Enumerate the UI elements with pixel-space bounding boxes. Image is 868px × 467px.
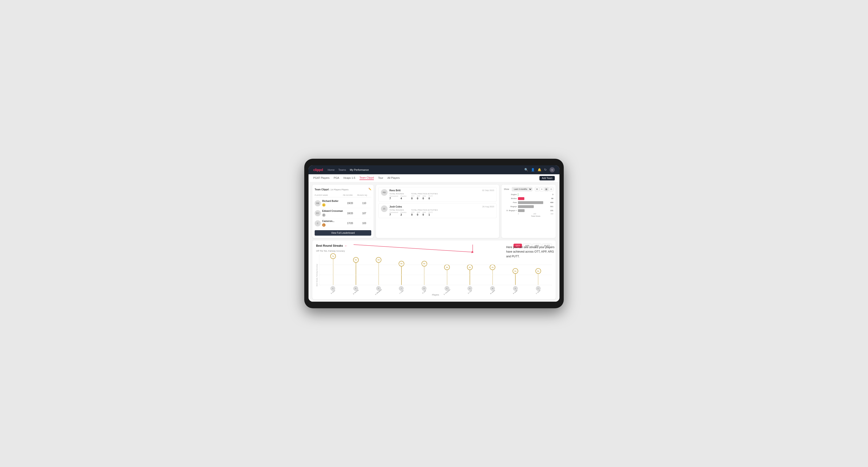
leaderboard-title: Team Clippd	[315, 188, 329, 191]
activities-label: Total Practice Activities	[411, 193, 438, 195]
bar-label: D. Bogeys +	[504, 210, 517, 212]
bar-chart: Eagles 3 Birdies 96	[504, 193, 553, 212]
player-card-header: Josh Coles 26 Aug 2023	[390, 206, 494, 208]
player-card: RB Rees Britt 02 Sep 2023 Total Rounds	[378, 187, 497, 202]
leaderboard-title-area: Team Clippd | 14 Players Players	[315, 187, 349, 191]
show-bar: Show Last 3 months ⊞ ≡ ▦ ⊙	[504, 187, 553, 191]
filter-arg[interactable]: ARG	[532, 244, 541, 248]
putt-value: 0	[428, 197, 433, 200]
bar-label: Pars	[504, 201, 517, 204]
bar-label: Birdies	[504, 197, 517, 199]
lollipop-stem	[538, 274, 538, 285]
chart-view-btn[interactable]: ▦	[545, 187, 549, 191]
x-player-item: EE. Crossman	[436, 286, 459, 293]
bar-value: 131	[550, 210, 553, 212]
x-label: 200	[533, 213, 536, 215]
bell-icon[interactable]: 🔔	[537, 168, 541, 172]
x-player-name: R. Britt	[422, 290, 426, 294]
player-card-name: Josh Coles	[390, 206, 402, 208]
x-label: 400	[551, 213, 553, 215]
total-rounds-group: Total Rounds Tournament 7 Practice	[390, 193, 406, 200]
ott-group: OTT 0	[411, 195, 414, 200]
activities-label: Total Practice Activities	[411, 209, 438, 211]
player-card-header: Rees Britt 02 Sep 2023	[390, 189, 494, 192]
lollipop-bubble: 6x	[353, 257, 359, 263]
bar-value: 499	[550, 201, 553, 204]
filter-putt[interactable]: PUTT	[542, 244, 552, 248]
sub-nav-all-players[interactable]: All Players	[388, 177, 400, 180]
x-player-item: DD. Ford	[458, 286, 481, 293]
bar-fill	[518, 209, 525, 212]
streaks-title: Best Round Streaks ←	[316, 244, 348, 248]
lollipop-bubble: 3x	[535, 268, 541, 274]
player-avatar: C	[315, 220, 321, 226]
player-card: JC Josh Coles 26 Aug 2023 Total Rounds	[378, 203, 497, 218]
top-section: Team Clippd | 14 Players Players ✏️ PLAY…	[312, 185, 556, 238]
sub-nav-pga[interactable]: PGA	[334, 177, 339, 180]
nav-my-performance[interactable]: My Performance	[350, 168, 369, 171]
bar-fill	[518, 197, 524, 200]
bar-fill	[518, 205, 534, 208]
filter-buttons: OTT APP ARG PUTT	[514, 244, 552, 248]
lollipop-item: 7x	[322, 253, 345, 285]
pb-score: 18/20	[343, 212, 357, 215]
grid-view-btn[interactable]: ⊞	[535, 187, 539, 191]
y-axis-label: Best Streak, Fairway Accuracy	[316, 254, 318, 296]
filter-app[interactable]: APP	[523, 244, 531, 248]
edit-icon[interactable]: ✏️	[368, 188, 371, 190]
lollipop-bubble: 4x	[490, 264, 495, 270]
filter-ott[interactable]: OTT	[514, 244, 522, 248]
practice-activities-group: Total Practice Activities OTT 0 APP	[411, 209, 438, 216]
bar-label: Eagles	[504, 193, 517, 195]
streaks-section: Best Round Streaks ← OTT APP ARG PUTT Of…	[312, 240, 556, 299]
streaks-chart-area: Best Streak, Fairway Accuracy 7x6x6x5x5x…	[316, 254, 552, 296]
nav-teams[interactable]: Teams	[338, 168, 346, 171]
sub-nav-tour[interactable]: Tour	[378, 177, 383, 180]
player-info: C Cameron... 3	[315, 220, 343, 227]
chart-panel: Show Last 3 months ⊞ ≡ ▦ ⊙	[501, 185, 556, 238]
refresh-icon[interactable]: ↻	[544, 168, 547, 172]
player-name: Edward Crossman	[322, 210, 343, 212]
table-row: EC Edward Crossman 2 18/20 107	[315, 208, 371, 218]
bar-row-dbogeys: D. Bogeys + 131	[504, 209, 553, 212]
bar-container	[518, 201, 549, 204]
player-card-date: 02 Sep 2023	[482, 189, 494, 191]
add-team-button[interactable]: Add Team	[539, 176, 555, 181]
nav-home[interactable]: Home	[328, 168, 335, 171]
period-select[interactable]: Last 3 months	[512, 187, 532, 191]
player-card-date: 26 Aug 2023	[482, 206, 494, 208]
nav-links: Home Teams My Performance	[328, 168, 369, 171]
app-value: 0	[417, 213, 420, 216]
bar-label: Bogeys	[504, 206, 517, 208]
app-group: APP 0	[417, 212, 420, 216]
player-card-name: Rees Britt	[390, 189, 401, 192]
filter-btn[interactable]: ⊙	[549, 187, 553, 191]
ott-group: OTT 0	[411, 212, 414, 216]
pb-score: 19/20	[343, 202, 357, 205]
player-avatar-small: R	[422, 286, 427, 291]
player-card-avatar: JC	[381, 206, 388, 212]
tournament-value: 7	[390, 197, 398, 200]
tournament-label: Tournament	[390, 212, 398, 213]
sub-nav-hcaps[interactable]: Hcaps 1-5	[343, 177, 355, 180]
search-icon[interactable]: 🔍	[524, 168, 528, 172]
app-value: 0	[417, 197, 420, 200]
table-header: PLAYER NAME PB SCORE PB AVG SQ	[315, 193, 371, 197]
avatar[interactable]: U	[550, 167, 555, 173]
streaks-title-text: Best Round Streaks	[316, 244, 343, 247]
player-avatar: EC	[315, 210, 321, 216]
list-view-btn[interactable]: ≡	[540, 187, 544, 191]
tablet-frame: clippd Home Teams My Performance 🔍 👤 🔔 ↻…	[304, 159, 564, 309]
ott-value: 0	[411, 213, 414, 216]
practice-activities-group: Total Practice Activities OTT 0 APP	[411, 193, 438, 200]
pb-avg: 107	[357, 212, 371, 215]
sub-nav-team-clippd[interactable]: Team Clippd	[360, 176, 374, 180]
view-leaderboard-button[interactable]: View Full Leaderboard	[315, 230, 371, 236]
pb-avg: 103	[357, 222, 371, 224]
leaderboard-header: Team Clippd | 14 Players Players ✏️	[315, 187, 371, 191]
lollipop-item: 5x	[390, 261, 413, 285]
col-pb-score: PB SCORE	[343, 194, 357, 196]
lollipop-stem	[515, 274, 516, 285]
sub-nav-pgat[interactable]: PGAT Players	[313, 177, 330, 180]
user-icon[interactable]: 👤	[531, 168, 535, 172]
